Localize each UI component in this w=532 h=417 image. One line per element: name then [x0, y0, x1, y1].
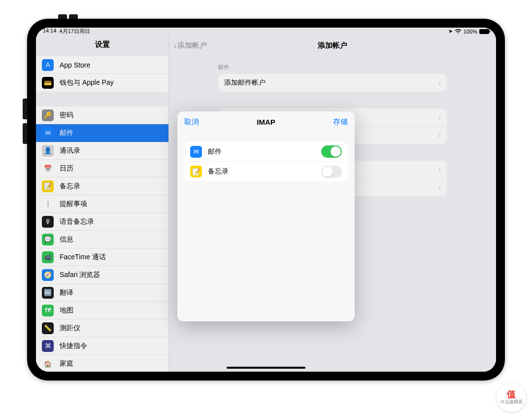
modal-nav: 取消 IMAP 存储 — [177, 111, 355, 132]
save-button[interactable]: 存储 — [333, 117, 348, 127]
cancel-button[interactable]: 取消 — [184, 117, 199, 127]
modal-list: ✉邮件📝备忘录 — [184, 142, 348, 181]
imap-modal: 取消 IMAP 存储 ✉邮件📝备忘录 — [177, 111, 355, 321]
app-icon: ✉ — [190, 146, 202, 158]
ipad-frame: 14:14 4月17日周日 ➤ 100% 设置 AApp Store💳钱包与 A… — [27, 19, 505, 381]
screen: 14:14 4月17日周日 ➤ 100% 设置 AApp Store💳钱包与 A… — [36, 28, 496, 372]
home-indicator[interactable] — [227, 367, 305, 369]
toggle-switch[interactable] — [321, 145, 342, 158]
app-icon: 📝 — [190, 166, 202, 177]
modal-item[interactable]: 📝备忘录 — [184, 162, 348, 181]
item-label: 邮件 — [208, 147, 222, 156]
modal-title: IMAP — [257, 118, 275, 126]
watermark-char: 值 — [507, 390, 516, 399]
watermark: 值 什么值得买 — [497, 382, 526, 412]
modal-item[interactable]: ✉邮件 — [184, 142, 348, 162]
item-label: 备忘录 — [208, 167, 229, 176]
watermark-text: 什么值得买 — [500, 399, 523, 405]
toggle-switch[interactable] — [321, 166, 342, 178]
